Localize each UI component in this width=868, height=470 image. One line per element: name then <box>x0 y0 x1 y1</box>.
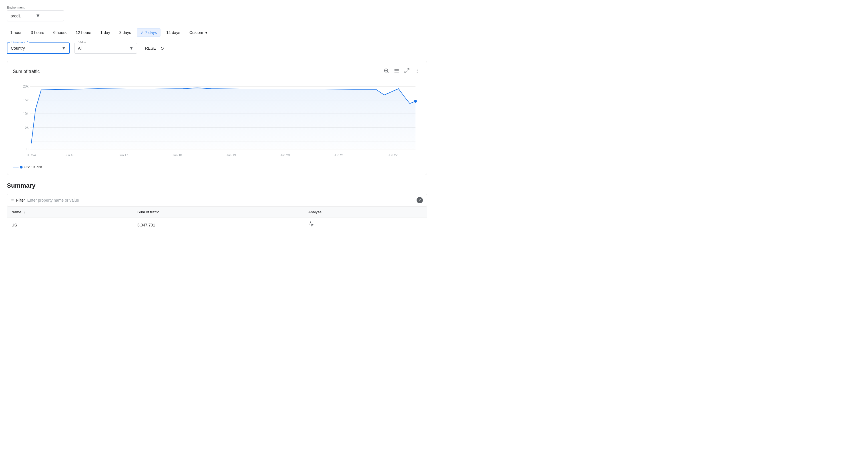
svg-text:UTC-4: UTC-4 <box>27 154 36 157</box>
chart-container: 20k 15k 10k 5k 0 U <box>13 81 421 161</box>
table-row: US 3,047,791 <box>7 218 427 232</box>
value-selector[interactable]: Value All ▼ <box>74 43 137 54</box>
svg-text:10k: 10k <box>23 112 28 116</box>
table-header-row: Name ↑ Sum of traffic Analyze <box>7 206 427 218</box>
custom-dropdown-arrow: ▼ <box>205 30 209 35</box>
chart-actions <box>382 67 421 76</box>
svg-text:Jun 16: Jun 16 <box>65 154 74 157</box>
summary-section: Summary ≡ Filter Enter property name or … <box>7 182 427 232</box>
svg-point-10 <box>417 70 418 71</box>
row-analyze <box>304 218 427 232</box>
reset-button[interactable]: RESET ↻ <box>142 43 167 53</box>
time-range-bar: 1 hour 3 hours 6 hours 12 hours 1 day 3 … <box>7 28 427 37</box>
col-analyze: Analyze <box>304 206 427 218</box>
row-name: US <box>7 218 133 232</box>
svg-point-9 <box>417 69 418 70</box>
summary-title: Summary <box>7 182 427 189</box>
chart-legend: US: 13.72k <box>13 165 421 169</box>
svg-text:15k: 15k <box>23 98 28 102</box>
svg-text:Jun 20: Jun 20 <box>280 154 290 157</box>
filter-help-icon[interactable]: ? <box>416 197 423 203</box>
svg-text:Jun 18: Jun 18 <box>173 154 182 157</box>
svg-text:Jun 22: Jun 22 <box>388 154 398 157</box>
svg-text:20k: 20k <box>23 85 28 89</box>
zoom-button[interactable] <box>382 67 390 76</box>
svg-point-11 <box>417 72 418 73</box>
row-traffic: 3,047,791 <box>133 218 304 232</box>
value-field-label: Value <box>78 40 87 44</box>
chart-title: Sum of traffic <box>13 69 40 74</box>
col-name: Name ↑ <box>7 206 133 218</box>
filter-icon: ≡ <box>11 198 14 203</box>
svg-text:Jun 21: Jun 21 <box>334 154 344 157</box>
legend-us-label: US: 13.72k <box>24 165 42 169</box>
summary-filter-bar[interactable]: ≡ Filter Enter property name or value ? <box>7 194 427 206</box>
sort-icon: ↑ <box>23 210 25 214</box>
summary-table: Name ↑ Sum of traffic Analyze US 3,047,7… <box>7 206 427 232</box>
dimension-field-label: Dimension * <box>10 40 29 44</box>
value-selected: All <box>78 46 129 51</box>
time-btn-1h[interactable]: 1 hour <box>7 29 25 36</box>
svg-text:Jun 17: Jun 17 <box>119 154 128 157</box>
time-btn-3h[interactable]: 3 hours <box>27 29 48 36</box>
svg-text:0: 0 <box>27 147 29 151</box>
chart-section: Sum of traffic <box>7 61 427 175</box>
environment-section: Environment prod1 ▼ <box>7 6 427 22</box>
time-btn-14d[interactable]: 14 days <box>163 29 184 36</box>
svg-text:Jun 19: Jun 19 <box>226 154 236 157</box>
filter-label: Filter <box>16 198 25 202</box>
filter-input[interactable]: Enter property name or value <box>27 198 414 202</box>
dimension-dropdown-arrow: ▼ <box>62 46 66 51</box>
analyze-button[interactable] <box>308 221 314 229</box>
svg-line-7 <box>407 69 409 70</box>
dimension-value: Country <box>11 46 62 51</box>
time-btn-6h[interactable]: 6 hours <box>50 29 70 36</box>
svg-point-23 <box>414 100 417 103</box>
more-options-button[interactable] <box>413 67 421 76</box>
reset-icon: ↻ <box>160 46 164 51</box>
time-btn-3d[interactable]: 3 days <box>116 29 134 36</box>
time-btn-1d[interactable]: 1 day <box>97 29 114 36</box>
time-btn-12h[interactable]: 12 hours <box>72 29 94 36</box>
environment-dropdown-arrow: ▼ <box>35 13 60 19</box>
legend-line-symbol <box>13 167 19 167</box>
col-traffic: Sum of traffic <box>133 206 304 218</box>
dimension-selector[interactable]: Dimension * Country ▼ <box>7 42 70 54</box>
environment-selector[interactable]: prod1 ▼ <box>7 10 64 22</box>
svg-text:5k: 5k <box>25 126 29 130</box>
legend-us: US: 13.72k <box>13 165 42 169</box>
value-dropdown-arrow: ▼ <box>129 46 133 51</box>
time-btn-custom[interactable]: Custom ▼ <box>186 29 212 36</box>
legend-button[interactable] <box>393 67 401 76</box>
traffic-chart: 20k 15k 10k 5k 0 U <box>13 81 421 161</box>
svg-line-8 <box>405 71 407 73</box>
legend-dot-symbol <box>20 166 23 169</box>
chart-header: Sum of traffic <box>13 67 421 76</box>
environment-label: Environment <box>7 6 427 9</box>
svg-line-1 <box>388 72 389 73</box>
time-btn-7d[interactable]: ✓ 7 days <box>137 28 160 37</box>
environment-value: prod1 <box>10 14 35 18</box>
filter-row: Dimension * Country ▼ Value All ▼ RESET … <box>7 42 427 54</box>
expand-button[interactable] <box>403 67 411 76</box>
